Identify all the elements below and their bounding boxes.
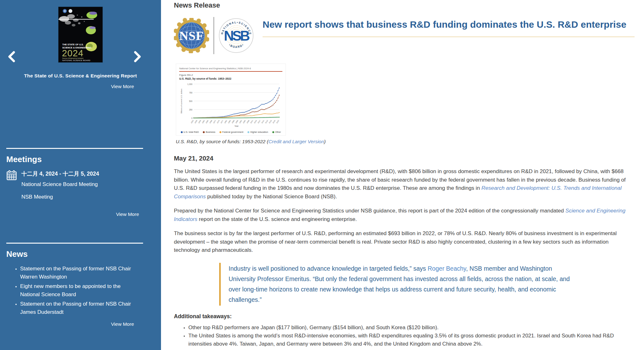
article-title: New report shows that business R&D fundi… [263, 19, 635, 30]
svg-text:1974: 1974 [216, 120, 220, 124]
figure-source-line: National Center for Science and Engineer… [179, 67, 282, 70]
meeting-item[interactable]: NSB Meeting [21, 194, 99, 200]
svg-text:500: 500 [189, 100, 192, 102]
svg-text:1998: 1998 [246, 120, 250, 124]
svg-text:2007: 2007 [257, 120, 261, 124]
takeaway-item: Other top R&D performers are Japan ($177… [188, 324, 635, 332]
agency-logos: NSF N A T I O N A L [174, 17, 254, 54]
news-list-item[interactable]: Statement on the Passing of former NSB C… [20, 300, 135, 316]
cover-year: 2024 [62, 48, 84, 58]
svg-text:2016: 2016 [268, 120, 272, 124]
news-list-item[interactable]: Statement on the Passing of former NSB C… [20, 265, 135, 281]
report-cover-art: THE STATE OF U.S. SCIENCE & ENGINEERING … [58, 7, 103, 62]
nsf-logo: NSF [174, 18, 209, 53]
nsf-logo-text: NSF [179, 29, 204, 43]
nsb-logo-text: NSB [224, 28, 249, 43]
news-section: News Statement on the Passing of former … [0, 244, 161, 327]
pull-quote: Industry is well positioned to advance k… [219, 263, 571, 306]
svg-text:2010: 2010 [261, 120, 265, 124]
svg-text:1,000: 1,000 [187, 83, 193, 85]
main-content: News Release [161, 0, 644, 350]
carousel-view-more-link[interactable]: View More [0, 84, 134, 89]
svg-text:2013: 2013 [265, 120, 269, 124]
article-date: May 21, 2024 [174, 155, 635, 162]
svg-text:1992: 1992 [239, 120, 242, 124]
logo-divider [214, 17, 214, 54]
svg-text:1968: 1968 [209, 120, 213, 124]
svg-text:750: 750 [189, 92, 192, 94]
report-cover-image[interactable]: THE STATE OF U.S. SCIENCE & ENGINEERING … [58, 7, 103, 62]
legend-item: Higher education [247, 131, 268, 133]
svg-text:1989: 1989 [235, 120, 239, 124]
cover-title-line1: THE STATE OF U.S. [62, 43, 84, 46]
article-paragraph: Prepared by the National Center for Scie… [174, 206, 635, 223]
carousel-next-button[interactable] [131, 50, 143, 63]
chevron-left-icon [7, 50, 17, 63]
svg-text:1986: 1986 [231, 120, 235, 124]
rd-funding-figure[interactable]: National Center for Science and Engineer… [176, 64, 286, 136]
nsb-logo: N A T I O N A L • S C I E N C E • B O A … [219, 18, 254, 53]
svg-text:1995: 1995 [242, 120, 246, 124]
takeaway-item: The United States is among the world’s m… [188, 332, 635, 348]
article-paragraph: The United States is the largest perform… [174, 167, 635, 200]
svg-text:1965: 1965 [205, 120, 209, 124]
figure-title: U.S. R&D, by source of funds: 1953–2022 [179, 77, 282, 80]
legend-item: U.S. total R&D [181, 131, 199, 133]
svg-text:0: 0 [191, 117, 192, 119]
meetings-section: Meetings 十二月 4, 2024 - 十二月 5, 2024 Natio… [0, 149, 161, 243]
svg-text:2004: 2004 [253, 120, 257, 124]
svg-text:1953: 1953 [190, 120, 194, 124]
takeaway-item: In the U.S., higher education performed … [188, 348, 635, 350]
title-underline [263, 37, 635, 37]
inline-link[interactable]: Roger Beachy [428, 265, 466, 272]
carousel-prev-button[interactable] [6, 50, 18, 63]
takeaways-heading: Additional takeaways: [174, 313, 635, 320]
meeting-date-range: 十二月 4, 2024 - 十二月 5, 2024 [21, 170, 99, 178]
svg-text:2022: 2022 [276, 120, 280, 124]
meeting-item[interactable]: National Science Board Meeting [21, 181, 99, 188]
svg-text:2019: 2019 [272, 120, 276, 124]
report-carousel: THE STATE OF U.S. SCIENCE & ENGINEERING … [0, 7, 161, 148]
legend-item: Other [272, 131, 281, 133]
svg-text:250: 250 [189, 109, 192, 111]
rd-funding-chart: 02505007501,000Billions of current U.S. … [179, 82, 282, 130]
sidebar: THE STATE OF U.S. SCIENCE & ENGINEERING … [0, 0, 161, 350]
figure-number: Figure RD-2 [179, 74, 282, 76]
meetings-view-more-link[interactable]: View More [6, 212, 139, 217]
svg-text:1971: 1971 [213, 120, 216, 124]
svg-text:2001: 2001 [250, 120, 253, 124]
takeaways-list: Other top R&D performers are Japan ($177… [174, 324, 635, 350]
news-heading: News [6, 249, 161, 259]
calendar-icon [6, 170, 17, 181]
svg-text:Billions of current U.S. dolla: Billions of current U.S. dollars [180, 89, 182, 114]
svg-text:1956: 1956 [194, 120, 198, 124]
svg-text:1977: 1977 [220, 120, 224, 124]
news-view-more-link[interactable]: View More [6, 321, 134, 327]
svg-text:1962: 1962 [202, 120, 205, 124]
article-paragraph: The business sector is by far the larges… [174, 229, 635, 254]
legend-item: Business [203, 131, 215, 133]
cover-sub1: Science & Engineering Indicators [62, 58, 84, 59]
svg-text:1959: 1959 [198, 120, 202, 124]
nsb-news-release-page: THE STATE OF U.S. SCIENCE & ENGINEERING … [0, 0, 644, 350]
chart-legend: U.S. total R&DBusinessFederal government… [179, 131, 282, 133]
figure-rule [179, 71, 282, 72]
chevron-right-icon [132, 50, 142, 63]
news-list-item[interactable]: Eight new members to be appointed to the… [20, 282, 135, 299]
mini-nsb-logo [69, 9, 72, 13]
figure-caption: U.S. R&D, by source of funds: 1953-2022 … [176, 139, 635, 144]
svg-text:1980: 1980 [224, 120, 228, 124]
svg-text:Year: Year [234, 125, 239, 127]
svg-text:1983: 1983 [227, 120, 231, 124]
legend-item: Federal government [219, 131, 243, 133]
carousel-caption: The State of U.S. Science & Engineering … [11, 73, 150, 79]
inline-link[interactable]: Credit and Larger Version [269, 139, 324, 144]
cover-sub2: NATIONAL SCIENCE BOARD [62, 59, 91, 61]
page-kicker: News Release [174, 1, 635, 9]
meetings-heading: Meetings [6, 155, 161, 164]
